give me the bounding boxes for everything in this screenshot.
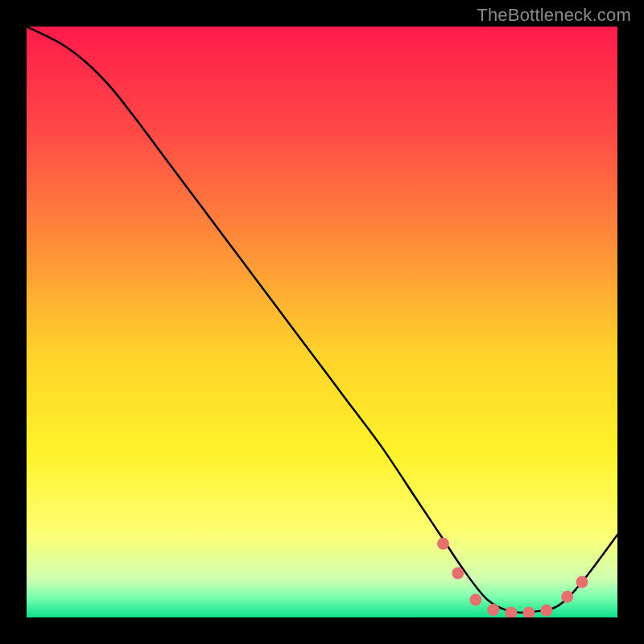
highlight-dot xyxy=(487,604,499,616)
plot-area xyxy=(27,27,617,617)
chart-stage: TheBottleneck.com xyxy=(0,0,644,644)
highlight-dot xyxy=(469,593,481,605)
watermark-text: TheBottleneck.com xyxy=(477,5,631,26)
highlight-dot xyxy=(540,605,552,617)
chart-svg xyxy=(27,27,617,617)
highlight-dot xyxy=(576,576,588,588)
highlight-dot xyxy=(452,567,464,579)
highlight-dot xyxy=(561,591,573,603)
highlight-dot xyxy=(437,538,449,550)
gradient-background xyxy=(27,27,617,617)
